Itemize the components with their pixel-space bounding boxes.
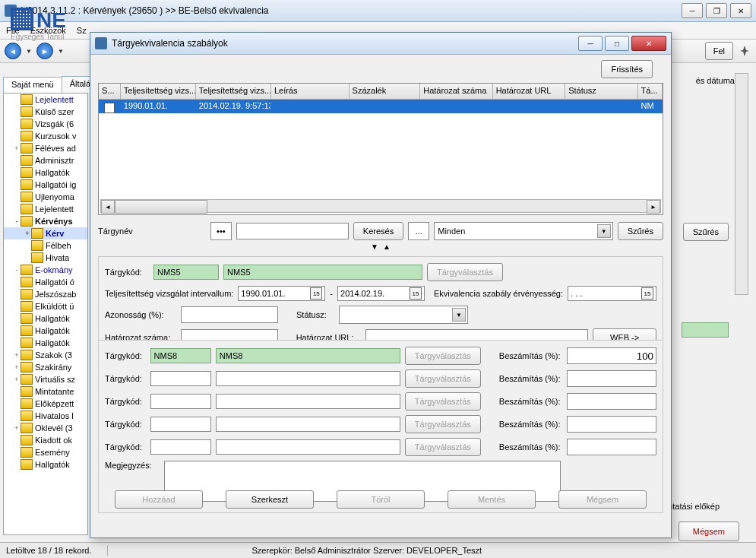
tree-item[interactable]: Adminisztr [4,154,87,166]
targyvalasztas-button[interactable]: Tárgyválasztás [405,347,481,365]
targyvalasztas-button[interactable]: Tárgyválasztás [405,415,481,433]
azonossag-input[interactable] [181,306,278,323]
nav-back-button[interactable]: ◄ [5,43,21,59]
tree-item[interactable]: Hallgatók [4,337,87,349]
grid-header[interactable]: Százalék [350,84,421,99]
grid-cell[interactable]: 2014.02.19. 9:57:13 [196,100,271,113]
grid-cell[interactable] [271,100,350,113]
targyvalasztas-button[interactable]: Tárgyválasztás [405,438,481,456]
tree-item[interactable]: Hallgatók [4,325,87,337]
beszamitas-input[interactable] [567,416,656,433]
tree-expand-icon[interactable]: + [13,363,21,371]
restore-button[interactable]: ❐ [706,3,727,18]
beszamitas-input[interactable] [567,370,656,387]
tree-expand-icon[interactable]: + [13,376,21,383]
target-name[interactable] [216,371,400,386]
grid-cell[interactable] [420,100,492,113]
tree-item[interactable]: +Oklevél (3 [4,422,87,434]
grid-cell[interactable] [493,100,565,113]
tree-item[interactable]: Ujlenyoma [4,191,87,203]
tree-item[interactable]: Hallgatók [4,166,87,179]
refresh-button[interactable]: Frissítés [601,60,653,78]
tree-item[interactable]: Hivatalos l [4,410,87,422]
tree-item[interactable]: +Féléves ad [4,142,87,154]
grid-header[interactable]: Leírás [271,84,350,99]
pin-icon[interactable] [738,44,751,58]
tree-item[interactable]: +Kérv [4,227,87,239]
target-name[interactable] [216,417,400,432]
date-from-input[interactable]: 1990.01.01. 15 [238,286,325,301]
grid-header[interactable]: Teljesítettség vizs... [121,84,196,99]
dialog-maximize-button[interactable]: □ [605,36,629,51]
dialog-close-button[interactable]: ✕ [631,36,666,51]
tree-item[interactable]: Félbeh [4,239,87,252]
edit-button[interactable]: Szerkeszt [226,490,314,509]
scroll-left-icon[interactable]: ◄ [101,200,115,214]
targyvalasztas-button[interactable]: Tárgyválasztás [405,392,481,411]
grid-scrollbar-h[interactable]: ◄ ► [100,199,661,213]
tree-item[interactable]: Hallgatók [4,312,87,325]
tree-item[interactable]: Mintatante [4,385,87,398]
target-name[interactable] [216,439,400,455]
grid-header[interactable]: S... [99,84,121,99]
nav-back-drop-icon[interactable]: ▼ [26,48,32,55]
tree-expand-icon[interactable]: + [13,351,21,359]
date-to-input[interactable]: 2014.02.19. 15 [337,286,425,301]
grid-cell[interactable]: 1990.01.01. [121,100,196,113]
rules-grid[interactable]: S...Teljesítettség vizs...Teljesítettség… [98,83,663,215]
tree-item[interactable]: -E-okmány [4,264,87,276]
target-code[interactable] [150,439,211,455]
tree-expand-icon[interactable]: - [13,266,21,274]
tree-item[interactable]: +Szakirány [4,361,87,373]
beszamitas-input[interactable] [567,439,656,455]
tree-item[interactable]: Előképzett [4,398,87,410]
filter-button[interactable]: Szűrés [618,222,663,240]
tree-item[interactable]: +Szakok (3 [4,349,87,361]
target-name[interactable] [216,394,400,409]
bg-filter-button[interactable]: Szűrés [683,223,729,241]
grid-cell[interactable] [565,100,637,113]
tree-item[interactable]: Külső szer [4,106,87,118]
tree-expand-icon[interactable]: - [13,217,21,225]
beszamitas-input[interactable] [567,393,656,410]
tab-own-menu[interactable]: Saját menü [3,77,62,94]
ekv-date-input[interactable]: . . . 15 [568,286,656,301]
scroll-right-icon[interactable]: ► [647,200,660,214]
tree-item[interactable]: +Virtuális sz [4,373,87,385]
nav-forward-button[interactable]: ► [36,43,53,59]
tree-item[interactable]: Vizsgák (6 [4,118,87,130]
beszamitas-input[interactable] [567,347,656,364]
target-code[interactable] [150,417,211,432]
nav-tree[interactable]: LejelentettKülső szerVizsgák (6Kurzusok … [3,93,88,535]
tree-item[interactable]: Hallgatói ig [4,179,87,191]
target-code[interactable] [150,394,211,409]
expand-icon[interactable]: ▲ [383,243,391,253]
up-button[interactable]: Fel [705,42,733,60]
search-input[interactable] [236,223,349,239]
tree-item[interactable]: Lejelentett [4,203,87,215]
calendar-icon[interactable]: 15 [410,287,422,300]
delete-button[interactable]: Töröl [337,490,425,509]
cancel-button[interactable]: Mégsem [558,490,647,509]
tree-expand-icon[interactable]: + [24,230,31,237]
menu-sz[interactable]: Sz [77,26,87,35]
tree-expand-icon[interactable]: + [13,424,21,432]
tree-item[interactable]: Lejelentett [4,94,87,106]
grid-cell[interactable]: NM [638,100,663,113]
save-button[interactable]: Mentés [448,490,536,509]
bg-scrollbar-v[interactable] [735,73,748,295]
search-button[interactable]: Keresés [353,222,403,240]
tree-item[interactable]: Hivata [4,252,87,264]
grid-header[interactable]: Határozat száma [420,84,492,99]
bg-cancel-button[interactable]: Mégsem [679,522,739,541]
targyvalasztas-button[interactable]: Tárgyválasztás [405,369,481,388]
search-mode-button[interactable]: ••• [210,222,232,240]
scroll-thumb[interactable] [115,200,207,214]
tree-item[interactable]: Esemény [4,446,87,458]
close-button[interactable]: ✕ [730,3,751,18]
grid-header[interactable]: Teljesítettség vizs... [196,84,271,99]
grid-cell[interactable] [350,100,421,113]
tree-expand-icon[interactable]: + [13,144,21,152]
tree-item[interactable]: Hallgatói ó [4,276,87,288]
grid-header[interactable]: Tá... [638,84,663,99]
